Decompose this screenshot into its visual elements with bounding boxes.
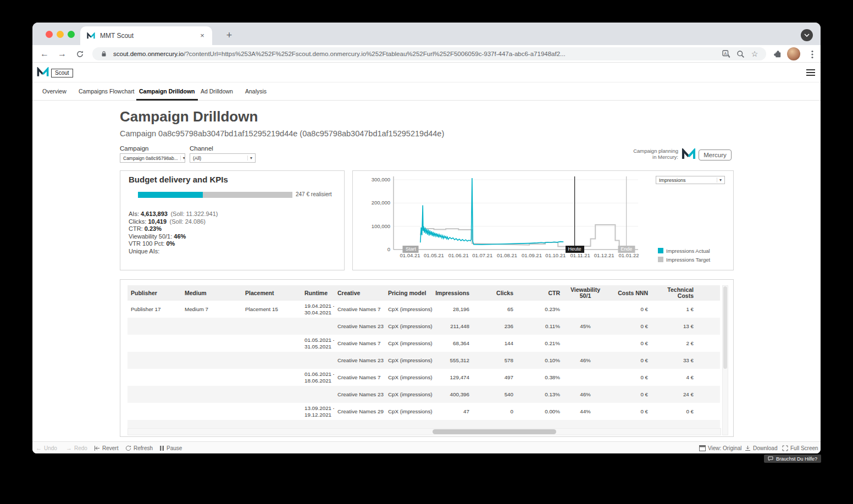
cell-costs-nnn: 0 €	[607, 369, 651, 386]
table-row[interactable]: 01.05.2021 -31.05.2021Creative Names 7Cp…	[128, 335, 720, 352]
kpi-row: AIs: 4,613,893 (Soll: 11.322.941)	[129, 211, 218, 218]
svg-text:01.10.21: 01.10.21	[545, 252, 566, 258]
table-row[interactable]: 01.06.2021 -18.06.2021Creative Names 7Cp…	[128, 369, 720, 386]
table-row[interactable]	[128, 420, 720, 428]
cell-publisher: Publisher 17	[128, 301, 181, 318]
tab-ad-drilldown[interactable]: Ad Drilldown	[201, 82, 233, 101]
extensions-puzzle-icon[interactable]	[772, 49, 783, 60]
toolbar-undo-button[interactable]: ←Undo	[36, 442, 57, 453]
cell-pricing-model	[385, 420, 434, 428]
help-button[interactable]: Brauchst Du Hilfe?	[764, 455, 821, 463]
cell-viewability-50-1	[563, 420, 607, 428]
table-row[interactable]: 13.09.2021 -19.12.2021Creative Names 29C…	[128, 403, 720, 420]
brand-badge: Scout	[51, 69, 73, 77]
cell-ctr: 0.23%	[517, 301, 563, 318]
help-label: Brauchst Du Hilfe?	[776, 456, 817, 462]
toolbar-full-screen-button[interactable]: Full Screen	[782, 442, 818, 453]
translate-icon[interactable]: A	[721, 49, 731, 59]
vertical-scrollbar[interactable]	[722, 285, 728, 435]
cell-technical-costs: 2 €	[651, 335, 697, 352]
cell-costs-nnn: 0 €	[607, 352, 651, 369]
cell-pricing-model: CpX (impressions)	[385, 403, 434, 420]
impressions-target-line	[420, 225, 627, 250]
toolbar-label: Download	[753, 445, 777, 451]
tab-campaign-drilldown[interactable]: Campaign Drilldown	[139, 82, 195, 101]
channel-filter-dropdown[interactable]: (All) ▾	[190, 153, 256, 163]
minimize-window-button[interactable]	[57, 31, 64, 38]
cell-clicks: 65	[473, 301, 517, 318]
toolbar-pause-button[interactable]: Pause	[159, 442, 182, 453]
kpi-label: Clicks:	[129, 218, 148, 225]
page-subtitle: Campaign 0a8c95798ab3047bd1af15295219d44…	[120, 129, 444, 138]
cell-filler	[697, 352, 720, 369]
tableau-toolbar: ←Undo→RedoRevertRefreshPauseView: Origin…	[32, 441, 821, 453]
cell-placement: Placement 15	[242, 301, 301, 318]
browser-tab[interactable]: MMT Scout ×	[80, 26, 212, 45]
tab-overview[interactable]: Overview	[42, 82, 67, 101]
cell-viewability-50-1	[563, 369, 607, 386]
mercury-link-button[interactable]: Mercury	[699, 149, 732, 160]
svg-text:01.06.21: 01.06.21	[448, 252, 469, 258]
zoom-icon[interactable]	[735, 49, 745, 59]
forward-button[interactable]: →	[56, 47, 69, 60]
cell-impressions: 555,312	[434, 352, 473, 369]
bookmark-star-icon[interactable]: ☆	[750, 49, 760, 59]
back-button[interactable]: ←	[38, 47, 51, 60]
tab-label: Campaign Drilldown	[139, 88, 195, 95]
horizontal-scrollbar-thumb[interactable]	[433, 429, 556, 434]
close-tab-icon[interactable]: ×	[198, 31, 207, 40]
table-row[interactable]: Creative Names 23CpX (impressions)555,31…	[128, 352, 720, 369]
kpi-value: 46%	[174, 233, 186, 240]
address-bar[interactable]: scout.demo.onmercury.io/?contentUrl=http…	[92, 47, 766, 60]
campaign-filter-dropdown[interactable]: Campaign 0a8c95798ab... ▾	[120, 153, 185, 163]
toolbar-refresh-button[interactable]: Refresh	[125, 442, 153, 453]
metric-dropdown[interactable]: Impressions ▾	[656, 176, 725, 184]
toolbar-view-original-button[interactable]: View: Original	[699, 442, 742, 453]
cell-runtime	[301, 318, 334, 335]
site-favicon-icon	[86, 31, 96, 41]
browser-menu-icon[interactable]	[807, 49, 818, 60]
svg-text:A: A	[724, 51, 727, 56]
budget-kpi-panel: Budget delivery and KPIs 247 € realisier…	[120, 170, 345, 270]
cell-filler	[697, 369, 720, 386]
table-body: Publisher 17Medium 7Placement 1519.04.20…	[128, 301, 720, 428]
kpi-row: VTR 100 Pct: 0%	[129, 240, 218, 248]
maximize-window-button[interactable]	[68, 31, 75, 38]
reload-button[interactable]	[73, 47, 86, 60]
campaign-filter-label: Campaign	[120, 145, 148, 152]
column-header-impressions: Impressions	[434, 285, 473, 301]
close-window-button[interactable]	[46, 31, 53, 38]
cell-technical-costs: 4 €	[651, 369, 697, 386]
tab-search-button[interactable]	[801, 29, 813, 41]
budget-progress-label: 247 € realisiert	[296, 191, 332, 197]
toolbar-download-button[interactable]: Download	[745, 442, 777, 453]
dashboard-tabs: OverviewCampaigns FlowchartCampaign Dril…	[32, 82, 821, 101]
tab-analysis[interactable]: Analysis	[245, 82, 267, 101]
app-menu-icon[interactable]	[806, 69, 815, 76]
column-header-medium: Medium	[181, 285, 242, 301]
url-path: /?contentUrl=https%253A%252F%252Fscout.d…	[184, 51, 565, 57]
tab-campaigns-flowchart[interactable]: Campaigns Flowchart	[79, 82, 135, 101]
vertical-scrollbar-thumb[interactable]	[723, 286, 727, 369]
svg-text:01.11.21: 01.11.21	[570, 252, 590, 258]
cell-viewability-50-1	[563, 335, 607, 352]
new-tab-button[interactable]: +	[223, 29, 236, 42]
cell-medium	[181, 335, 242, 352]
toolbar-redo-button[interactable]: →Redo	[66, 442, 87, 453]
cell-technical-costs: 33 €	[651, 352, 697, 369]
metric-dropdown-value: Impressions	[659, 178, 686, 183]
cell-creative: Creative Names 29	[334, 403, 385, 420]
toolbar-revert-button[interactable]: Revert	[94, 442, 118, 453]
download-icon	[745, 445, 751, 451]
svg-text:200,000: 200,000	[372, 200, 390, 206]
table-row[interactable]: Publisher 17Medium 7Placement 1519.04.20…	[128, 301, 720, 318]
cell-clicks	[473, 420, 517, 428]
cell-medium	[181, 318, 242, 335]
kpi-row: Clicks: 10,419 (Soll: 24.086)	[129, 218, 218, 226]
horizontal-scrollbar[interactable]	[128, 428, 721, 435]
table-row[interactable]: Creative Names 23CpX (impressions)400,39…	[128, 386, 720, 403]
cell-costs-nnn: 0 €	[607, 318, 651, 335]
table-row[interactable]: Creative Names 23CpX (impressions)211,44…	[128, 318, 720, 335]
redo-icon: →	[66, 445, 72, 451]
profile-avatar[interactable]	[787, 47, 800, 60]
